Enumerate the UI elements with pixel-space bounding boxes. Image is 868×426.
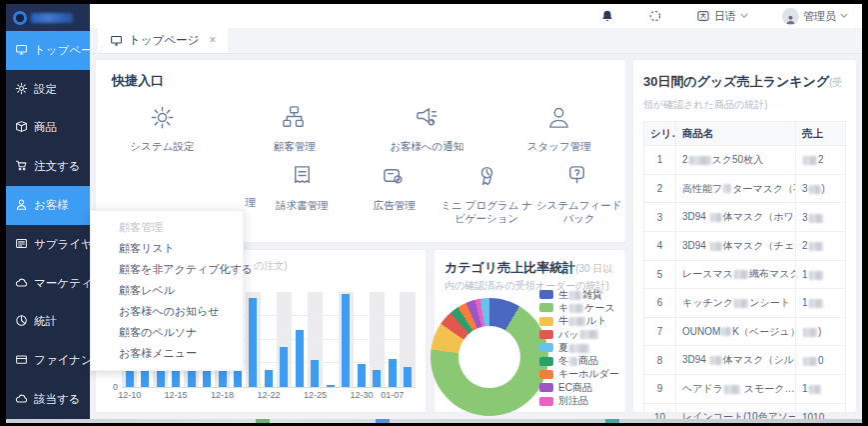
bar	[249, 298, 257, 387]
redacted-text	[569, 317, 585, 326]
table-row[interactable]: 10レインコート(10色アソート)1010	[644, 403, 846, 419]
sidebar-item-label: 該当する	[34, 392, 81, 407]
table-row[interactable]: 43D94 体マスク（チェ…2	[644, 231, 846, 260]
sidebar-item[interactable]: サプライヤ	[6, 225, 90, 264]
sidebar-item[interactable]: 注文する	[6, 147, 90, 186]
redacted-text	[569, 344, 589, 353]
legend-item[interactable]: 牛ルト	[539, 315, 619, 328]
legend-item[interactable]: 生雑貨	[539, 288, 619, 301]
user-menu[interactable]: 管理员	[782, 8, 848, 25]
redacted-text	[721, 327, 731, 336]
sales-value: 2	[796, 146, 846, 175]
app-logo[interactable]	[6, 4, 90, 31]
category-ratio-panel: カテゴリ売上比率統計(30 日以内の確認済みの受領オーダーの統計) 生雑貨キケー…	[434, 249, 626, 413]
sidebar-item[interactable]: お客様	[6, 186, 90, 225]
tab-top-page[interactable]: トップページ ×	[98, 27, 228, 53]
bar-column	[400, 292, 415, 387]
product-name: OUNOMK（ベージュ）	[676, 317, 796, 346]
table-row[interactable]: 12スク50枚入2	[644, 146, 846, 175]
dropdown-menu-item[interactable]: 顧客のペルソナ	[91, 322, 243, 343]
sidebar-item[interactable]: 設定	[6, 70, 90, 109]
sidebar-item[interactable]: 商品	[6, 109, 90, 148]
product-name: レインコート(10色アソート)	[676, 403, 796, 419]
redacted-text	[734, 299, 748, 308]
bar	[265, 370, 273, 387]
gear-icon	[15, 82, 28, 97]
bar	[311, 360, 319, 387]
legend-swatch	[539, 330, 553, 339]
dropdown-menu-item[interactable]: お客様へのお知らせ	[91, 301, 243, 322]
touch-icon	[473, 163, 500, 194]
quick-entry-item[interactable]: ミニ プログラム ナビゲーション	[440, 163, 533, 225]
quick-entry-item[interactable]: スタッフ管理	[493, 104, 626, 153]
legend-label: キーホルダー	[558, 367, 619, 381]
legend-item[interactable]: キケース	[539, 301, 619, 314]
legend-item[interactable]: 夏	[539, 341, 619, 354]
legend-swatch	[539, 370, 553, 379]
sales-value: 1	[796, 374, 846, 403]
quick-entry-item[interactable]: 顧客管理	[229, 104, 362, 153]
language-selector[interactable]: 日语	[696, 9, 748, 24]
legend-item[interactable]: 冬商品	[539, 354, 619, 367]
dropdown-menu-item[interactable]: 顧客を非アクティブ化する	[91, 259, 243, 280]
sidebar-item[interactable]: 該当する	[6, 380, 90, 419]
quick-entry-label: 理	[246, 196, 257, 209]
quick-entry-item[interactable]: お客様への通知	[361, 104, 493, 153]
tab-close-icon[interactable]: ×	[209, 33, 216, 47]
sidebar-item[interactable]: 統計	[6, 303, 90, 342]
table-row[interactable]: 6キッチンクンシート1	[644, 289, 846, 318]
sidebar-item-label: サプライヤ	[34, 237, 93, 252]
legend-item[interactable]: バッ	[539, 328, 619, 341]
sales-value: 1	[796, 260, 846, 289]
redacted-text	[803, 357, 817, 366]
redacted-text	[689, 156, 711, 165]
dropdown-menu-item[interactable]: お客様メニュー	[91, 343, 243, 364]
table-row[interactable]: 2高性能フターマスク（不…3)	[644, 174, 846, 203]
bar-column	[277, 292, 292, 387]
table-row[interactable]: 33D94 体マスク（ホワ…3	[644, 203, 846, 232]
x-axis-tick: 12-18	[211, 390, 234, 400]
sidebar-item[interactable]: ファイナンス	[6, 341, 90, 380]
legend-item[interactable]: EC商品	[539, 381, 619, 394]
redacted-text	[809, 271, 823, 280]
legend-swatch	[539, 317, 553, 326]
sidebar-item[interactable]: トップページ	[6, 31, 90, 70]
quick-entry-item[interactable]: 広告管理	[349, 163, 441, 225]
quick-entry-item[interactable]: 請求書管理	[256, 163, 349, 225]
monitor-icon	[110, 34, 123, 47]
table-row[interactable]: 5レースマス織布マスク)1	[644, 260, 846, 289]
redacted-text	[809, 214, 823, 223]
rank-index: 4	[644, 231, 676, 260]
redacted-text	[803, 328, 817, 337]
sidebar: トップページ設定商品注文するお客様サプライヤマーケティン統計ファイナンス該当する	[6, 4, 90, 419]
quick-entry-item[interactable]: システム設定	[96, 104, 229, 153]
sidebar-item[interactable]: マーケティン	[6, 264, 90, 303]
table-row[interactable]: 7OUNOMK（ベージュ）)	[644, 317, 846, 346]
feedback-icon	[565, 163, 592, 194]
rank-index: 5	[644, 260, 676, 289]
legend-item[interactable]: キーホルダー	[539, 368, 619, 381]
ad-icon	[381, 163, 408, 194]
dropdown-menu-item[interactable]: 顧客レベル	[91, 280, 243, 301]
ranking-column-header: シリ…	[644, 122, 676, 146]
refresh-button[interactable]	[648, 9, 662, 23]
redacted-text	[803, 156, 817, 165]
table-row[interactable]: 9ヘアドラ スモーク…1	[644, 374, 846, 403]
table-row[interactable]: 83D94 体マスク（シル…0	[644, 346, 846, 375]
x-axis-tick: 01-07	[381, 390, 404, 400]
legend-item[interactable]: 別注品	[539, 394, 619, 407]
quick-entry-label: システムフィードバック	[533, 199, 626, 225]
quick-entry-label: 広告管理	[374, 199, 416, 212]
bar	[373, 370, 381, 387]
quick-entry-label: 顧客管理	[274, 140, 316, 153]
quick-entry-item[interactable]: システムフィードバック	[533, 163, 626, 225]
dropdown-menu-item[interactable]: 顧客リスト	[91, 238, 243, 259]
legend-label: 生雑貨	[558, 288, 602, 302]
language-label: 日语	[714, 9, 736, 24]
bar-column	[339, 292, 354, 387]
rank-index: 6	[644, 289, 676, 318]
cloud-icon	[15, 392, 28, 407]
person-outline-icon	[545, 104, 572, 135]
notifications-button[interactable]	[600, 9, 614, 23]
ranking-column-header: 売上	[796, 122, 846, 146]
